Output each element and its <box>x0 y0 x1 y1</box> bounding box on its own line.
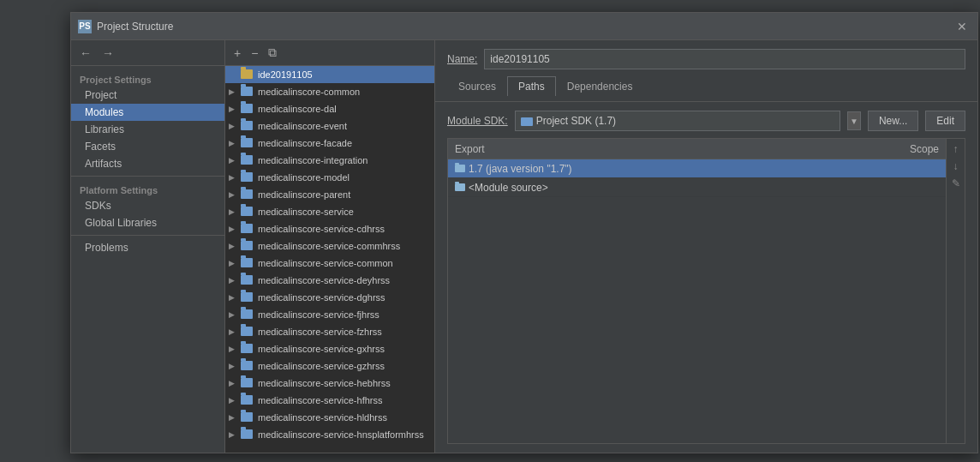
module-name: medicalinscore-dal <box>258 104 337 114</box>
module-item-dal[interactable]: ▶ medicalinscore-dal <box>225 100 434 117</box>
module-item-common[interactable]: ▶ medicalinscore-common <box>225 83 434 100</box>
module-name: medicalinscore-service-hfhrss <box>258 395 383 405</box>
module-item-model[interactable]: ▶ medicalinscore-model <box>225 169 434 186</box>
folder-icon <box>455 183 465 191</box>
tab-paths[interactable]: Paths <box>507 76 556 96</box>
remove-module-button[interactable]: − <box>248 45 261 62</box>
sidebar-item-sdks[interactable]: SDKs <box>71 197 224 214</box>
sidebar-item-modules[interactable]: Modules <box>71 104 224 121</box>
module-item-commhrss[interactable]: ▶ medicalinscore-service-commhrss <box>225 237 434 255</box>
arrow-icon: ▶ <box>229 173 241 182</box>
arrow-icon: ▶ <box>229 225 241 233</box>
sdk-dropdown-arrow[interactable]: ▼ <box>847 111 861 130</box>
export-cell-label: <Module source> <box>448 180 896 195</box>
module-item-hfhrss[interactable]: ▶ medicalinscore-service-hfhrss <box>225 392 434 409</box>
arrow-icon: ▶ <box>229 87 241 96</box>
module-name: medicalinscore-parent <box>258 189 350 200</box>
arrow-icon: ▶ <box>229 379 241 387</box>
module-item-gzhrss[interactable]: ▶ medicalinscore-service-gzhrss <box>225 357 434 375</box>
folder-icon <box>241 69 254 80</box>
export-cell-label: 1.7 (java version "1.7") <box>448 161 896 177</box>
module-item-service[interactable]: ▶ medicalinscore-service <box>225 203 434 220</box>
folder-icon <box>241 344 254 354</box>
module-item-service-common[interactable]: ▶ medicalinscore-service-common <box>225 255 434 272</box>
module-name: medicalinscore-service-gzhrss <box>258 361 385 371</box>
module-item-facade[interactable]: ▶ medicalinscore-facade <box>225 135 434 152</box>
tab-dependencies[interactable]: Dependencies <box>556 76 644 96</box>
close-button[interactable]: ✕ <box>953 18 971 35</box>
module-item-hebhrss[interactable]: ▶ medicalinscore-service-hebhrss <box>225 375 434 392</box>
edit-entry-button[interactable]: ✎ <box>949 177 963 190</box>
sidebar-item-artifacts[interactable]: Artifacts <box>71 155 224 172</box>
copy-module-button[interactable]: ⧉ <box>265 44 280 62</box>
scope-col-header: Scope <box>877 143 946 155</box>
module-name: medicalinscore-model <box>258 172 350 183</box>
dialog-icon: PS <box>78 20 92 33</box>
folder-icon <box>241 87 254 97</box>
sidebar-nav: Project Settings Project Modules Librari… <box>71 66 224 260</box>
right-panel-content: Module SDK: Project SDK (1.7) ▼ New... E… <box>435 102 977 453</box>
module-name: medicalinscore-service-hldhrss <box>258 412 387 423</box>
project-structure-dialog: PS Project Structure ✕ ← → Project Setti… <box>70 12 978 453</box>
name-label: Name: <box>447 53 477 65</box>
sidebar-item-facets[interactable]: Facets <box>71 138 224 155</box>
module-name: medicalinscore-service-hnsplatformhrss <box>258 429 424 440</box>
sidebar-item-project[interactable]: Project <box>71 87 224 104</box>
sidebar-item-global-libraries[interactable]: Global Libraries <box>71 214 224 231</box>
right-panel: Name: Sources Paths Dependencies Module … <box>435 40 977 453</box>
folder-icon <box>241 104 254 114</box>
module-item-cdhrss[interactable]: ▶ medicalinscore-service-cdhrss <box>225 220 434 237</box>
module-name: medicalinscore-service-fzhrss <box>258 327 382 337</box>
back-button[interactable]: ← <box>76 45 95 62</box>
platform-settings-label: Platform Settings <box>71 180 224 197</box>
module-source-label: <Module source> <box>469 182 548 194</box>
arrow-icon: ▶ <box>229 413 241 422</box>
sdk-row: Module SDK: Project SDK (1.7) ▼ New... E… <box>447 111 965 131</box>
module-name: medicalinscore-integration <box>258 155 368 165</box>
module-item-hnsplatformhrss[interactable]: ▶ medicalinscore-service-hnsplatformhrss <box>225 426 434 443</box>
module-item-deyhrss[interactable]: ▶ medicalinscore-service-deyhrss <box>225 272 434 289</box>
module-item-hldhrss[interactable]: ▶ medicalinscore-service-hldhrss <box>225 409 434 426</box>
folder-icon <box>241 275 254 285</box>
right-panel-header: Name: Sources Paths Dependencies <box>435 40 977 102</box>
dialog-body: ← → Project Settings Project Modules Lib… <box>71 40 977 453</box>
module-item-ide20191105[interactable]: ide20191105 <box>225 66 434 83</box>
export-row-jdk[interactable]: 1.7 (java version "1.7") <box>448 159 965 178</box>
add-module-button[interactable]: + <box>230 45 244 62</box>
module-item-fzhrss[interactable]: ▶ medicalinscore-service-fzhrss <box>225 323 434 340</box>
tabs-row: Sources Paths Dependencies <box>447 76 965 96</box>
move-down-button[interactable]: ↓ <box>949 159 963 173</box>
sidebar-item-libraries[interactable]: Libraries <box>71 121 224 138</box>
export-table-header: Export Scope + <box>448 139 965 159</box>
folder-icon <box>241 258 254 268</box>
module-item-gxhrss[interactable]: ▶ medicalinscore-service-gxhrss <box>225 340 434 357</box>
export-row-module-source[interactable]: <Module source> <box>448 178 965 197</box>
sidebar-toolbar: ← → <box>71 40 224 66</box>
module-name: medicalinscore-service-commhrss <box>258 241 400 251</box>
move-up-button[interactable]: ↑ <box>949 142 963 156</box>
module-item-parent[interactable]: ▶ medicalinscore-parent <box>225 186 434 203</box>
name-input[interactable] <box>484 49 965 69</box>
module-item-fjhrss[interactable]: ▶ medicalinscore-service-fjhrss <box>225 306 434 323</box>
folder-icon <box>241 395 254 405</box>
module-name: medicalinscore-service-hebhrss <box>258 378 391 388</box>
tab-sources[interactable]: Sources <box>447 76 507 96</box>
module-name: medicalinscore-service-common <box>258 258 393 268</box>
forward-button[interactable]: → <box>99 45 117 62</box>
folder-icon <box>241 429 254 440</box>
new-button[interactable]: New... <box>868 111 918 131</box>
sdk-select-box[interactable]: Project SDK (1.7) <box>515 111 840 131</box>
folder-icon <box>241 224 254 234</box>
arrow-icon: ▶ <box>229 156 241 165</box>
dialog-titlebar: PS Project Structure ✕ <box>71 13 977 40</box>
sidebar-item-problems[interactable]: Problems <box>71 239 224 256</box>
module-item-integration[interactable]: ▶ medicalinscore-integration <box>225 152 434 169</box>
sidebar-divider <box>71 176 224 177</box>
edit-button[interactable]: Edit <box>925 111 965 131</box>
module-item-dghrss[interactable]: ▶ medicalinscore-service-dghrss <box>225 289 434 306</box>
arrow-icon: ▶ <box>229 396 241 405</box>
module-name: medicalinscore-service-fjhrss <box>258 309 379 320</box>
module-item-event[interactable]: ▶ medicalinscore-event <box>225 117 434 135</box>
sdk-value: Project SDK (1.7) <box>536 115 616 127</box>
dialog-title: Project Structure <box>97 21 953 33</box>
